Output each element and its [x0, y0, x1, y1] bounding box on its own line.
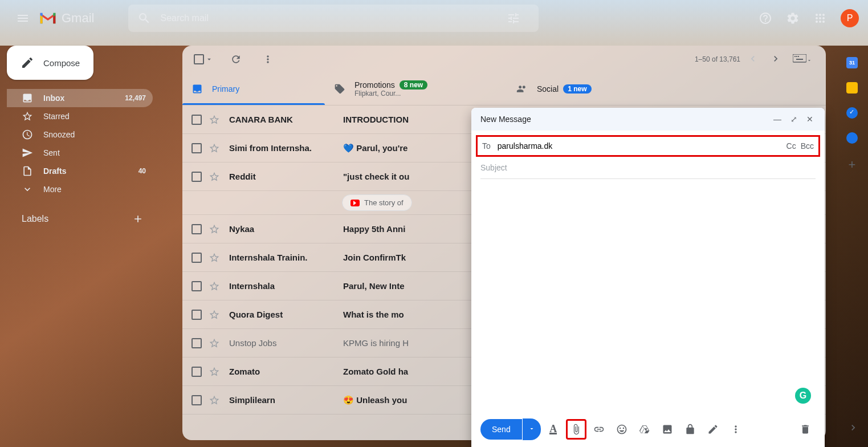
account-avatar[interactable]: P — [841, 9, 859, 27]
email-sender: Quora Digest — [229, 310, 343, 319]
support-icon[interactable] — [754, 7, 777, 30]
row-checkbox[interactable] — [191, 253, 202, 263]
tab-label: Social — [537, 84, 559, 94]
sidebar-item-label: Starred — [43, 112, 146, 121]
search-bar[interactable] — [128, 5, 539, 32]
star-icon[interactable] — [209, 281, 220, 292]
star-icon[interactable] — [209, 252, 220, 263]
cc-button[interactable]: Cc — [787, 141, 796, 151]
minimize-icon[interactable]: — — [771, 113, 784, 125]
insert-photo-button[interactable] — [657, 419, 678, 440]
send-button[interactable]: Send — [480, 419, 522, 440]
row-checkbox[interactable] — [191, 281, 202, 291]
bcc-button[interactable]: Bcc — [801, 141, 814, 151]
insert-drive-button[interactable] — [634, 419, 655, 440]
row-checkbox[interactable] — [191, 115, 202, 125]
to-field-highlight: To Cc Bcc — [476, 135, 820, 157]
compose-button[interactable]: Compose — [7, 46, 93, 80]
row-checkbox[interactable] — [191, 143, 202, 153]
labels-heading: Labels — [22, 214, 48, 224]
inbox-tab-icon — [191, 83, 203, 95]
tab-promotions[interactable]: Promotions8 new Flipkart, Cour... — [325, 73, 507, 105]
star-icon[interactable] — [209, 171, 220, 182]
star-icon[interactable] — [209, 309, 220, 320]
gmail-logo[interactable]: Gmail — [39, 11, 94, 26]
star-icon — [22, 111, 33, 122]
sidebar-item-starred[interactable]: Starred — [7, 107, 153, 125]
social-badge: 1 new — [563, 84, 591, 94]
row-checkbox[interactable] — [191, 367, 202, 377]
svg-rect-4 — [796, 59, 803, 60]
attach-file-button[interactable] — [566, 419, 586, 440]
promotions-badge: 8 new — [400, 80, 427, 90]
sidebar-item-label: Inbox — [43, 94, 125, 103]
sidebar-item-count: 12,497 — [125, 94, 146, 102]
close-icon[interactable]: ✕ — [804, 113, 816, 125]
star-icon[interactable] — [209, 114, 220, 125]
add-label-icon[interactable] — [132, 213, 144, 225]
star-icon[interactable] — [209, 395, 220, 406]
tab-social[interactable]: Social1 new — [507, 73, 650, 105]
subject-input[interactable] — [480, 163, 816, 172]
tab-label: Promotions — [354, 80, 395, 90]
tune-icon[interactable] — [507, 11, 520, 25]
sidebar-item-label: Snoozed — [43, 130, 146, 139]
settings-icon[interactable] — [781, 7, 804, 30]
row-checkbox[interactable] — [191, 224, 202, 234]
input-tool-button[interactable] — [788, 50, 817, 70]
insert-link-button[interactable] — [589, 419, 609, 440]
tasks-app-icon[interactable] — [846, 107, 858, 119]
to-input[interactable] — [498, 141, 787, 151]
calendar-app-icon[interactable]: 31 — [846, 57, 858, 68]
tab-primary[interactable]: Primary — [182, 73, 325, 105]
keep-app-icon[interactable] — [846, 82, 858, 94]
inbox-icon — [22, 92, 33, 104]
insert-signature-button[interactable] — [703, 419, 723, 440]
star-icon[interactable] — [209, 338, 220, 349]
file-icon — [22, 165, 33, 177]
sidebar-item-more[interactable]: More — [7, 180, 153, 198]
discard-draft-button[interactable] — [795, 419, 816, 440]
fullscreen-icon[interactable]: ⤢ — [788, 113, 800, 125]
more-button[interactable] — [256, 48, 279, 71]
pencil-icon — [21, 56, 34, 70]
sidebar-item-label: Drafts — [43, 166, 138, 176]
row-checkbox[interactable] — [191, 310, 202, 320]
svg-rect-1 — [794, 56, 796, 57]
email-sender: Internshala Trainin. — [229, 253, 343, 262]
row-checkbox[interactable] — [191, 395, 202, 405]
insert-emoji-button[interactable] — [612, 419, 632, 440]
contacts-app-icon[interactable] — [846, 132, 858, 144]
star-icon[interactable] — [209, 366, 220, 377]
next-page-button[interactable] — [765, 48, 786, 71]
sidebar-item-sent[interactable]: Sent — [7, 144, 153, 162]
product-name: Gmail — [62, 11, 94, 26]
more-options-button[interactable] — [726, 419, 746, 440]
to-label: To — [482, 141, 491, 151]
apps-icon[interactable] — [809, 7, 832, 30]
prev-page-button[interactable] — [743, 48, 763, 71]
sidebar-item-inbox[interactable]: Inbox 12,497 — [7, 89, 153, 107]
add-addon-icon[interactable]: + — [849, 157, 856, 172]
send-options-button[interactable] — [523, 418, 541, 440]
star-icon[interactable] — [209, 224, 220, 235]
sidebar-item-drafts[interactable]: Drafts 40 — [7, 162, 153, 180]
svg-rect-0 — [793, 54, 806, 62]
email-sender: Simplilearn — [229, 395, 343, 405]
main-menu-button[interactable] — [9, 5, 36, 32]
email-sender: Unstop Jobs — [229, 338, 343, 348]
compose-body[interactable] — [471, 179, 825, 412]
confidential-mode-button[interactable] — [680, 419, 700, 440]
sidebar-item-snoozed[interactable]: Snoozed — [7, 125, 153, 144]
search-input[interactable] — [160, 13, 507, 23]
star-icon[interactable] — [209, 143, 220, 154]
side-panel-toggle[interactable] — [847, 422, 859, 436]
refresh-button[interactable] — [225, 48, 247, 71]
formatting-button[interactable]: A — [543, 419, 564, 440]
attachment-chip[interactable]: The story of — [342, 194, 412, 211]
grammarly-icon[interactable]: G — [795, 388, 811, 404]
select-all-checkbox[interactable] — [191, 52, 215, 67]
row-checkbox[interactable] — [191, 172, 202, 182]
row-checkbox[interactable] — [191, 338, 202, 348]
sidebar-item-label: Sent — [43, 148, 146, 157]
